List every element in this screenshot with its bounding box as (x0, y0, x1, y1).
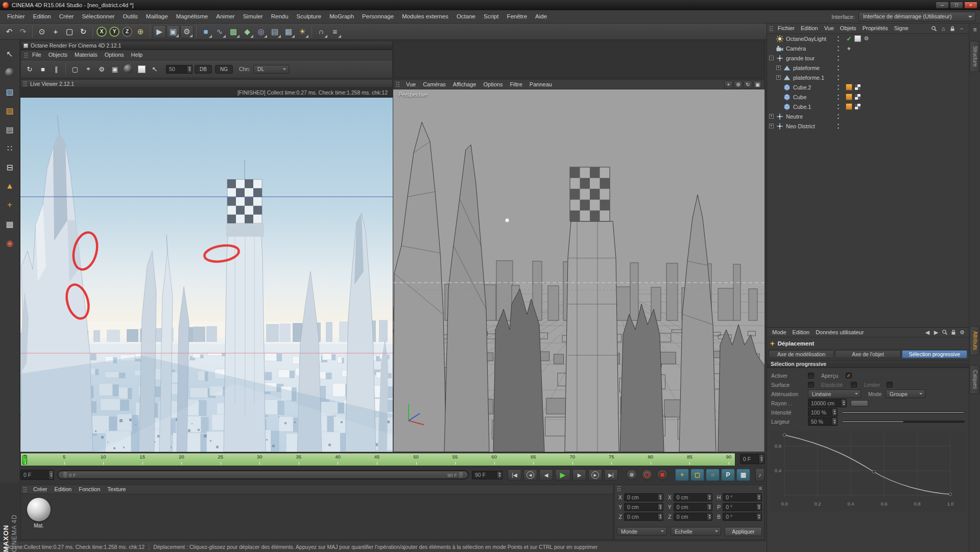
tree-expander-icon[interactable]: + (776, 75, 781, 80)
move-icon[interactable]: + (49, 25, 62, 38)
stepper-icon[interactable] (832, 418, 836, 425)
surface-checkbox[interactable] (808, 382, 814, 388)
texture-axis-mode-icon[interactable]: ▩ (3, 217, 16, 231)
pick-focus-icon[interactable]: ⌖ (82, 63, 94, 75)
clay-mode-icon[interactable] (135, 63, 148, 75)
range-start-handle[interactable] (63, 472, 67, 478)
stepper-icon[interactable] (707, 504, 711, 510)
limiter-checkbox[interactable] (887, 382, 893, 388)
db-button[interactable]: DB (195, 65, 212, 74)
object-row[interactable]: +Neo District (767, 121, 969, 131)
object-row[interactable]: OctaneDayLight✓⚙ (767, 34, 969, 43)
search-icon[interactable] (930, 25, 938, 32)
scale-icon[interactable]: ▢ (63, 25, 76, 38)
coordinate-field[interactable]: 0 ° (723, 493, 762, 501)
timeline-end-field[interactable]: 0 F (740, 454, 764, 464)
material-tag-icon[interactable] (846, 84, 852, 90)
om-menu-edition[interactable]: Edition (798, 22, 821, 35)
panel-grip[interactable] (396, 81, 400, 87)
target-tag-icon[interactable]: ⌖ (846, 45, 852, 52)
tree-expander-icon[interactable]: + (776, 65, 781, 70)
subtab-axe-de-mod-lisation[interactable]: Axe de modélisation (769, 350, 834, 358)
rotate-icon[interactable]: ↻ (77, 25, 90, 38)
add-deformer-icon[interactable]: ◎ (254, 25, 268, 38)
maximize-button[interactable]: □ (950, 2, 963, 9)
history-back-icon[interactable]: ◀ (924, 329, 931, 336)
activer-checkbox[interactable] (808, 373, 814, 379)
material-menu-texture[interactable]: Texture (104, 485, 129, 494)
menu-animer[interactable]: Animer (212, 10, 238, 23)
render-view-icon[interactable]: ▶ (153, 25, 166, 38)
region-render-icon[interactable]: ▢ (69, 63, 81, 75)
viewport-view-label[interactable]: Perspective (398, 91, 427, 98)
viewport-menu-affichage[interactable]: Affichage (449, 78, 480, 91)
attr-tab-donn-es-utilisateur[interactable]: Données utilisateur (812, 326, 867, 339)
edges-mode-icon[interactable]: ⊟ (3, 160, 16, 174)
timeline-ruler[interactable]: 051015202530354045505560657075808590 (20, 453, 735, 466)
menu-magn-tisme[interactable]: Magnétisme (172, 10, 212, 23)
object-row[interactable]: Caméra⌖ (767, 43, 969, 53)
add-generator-icon[interactable]: ▩ (227, 25, 240, 38)
record-keyframe-button[interactable] (626, 469, 637, 480)
texture-tag-icon[interactable] (854, 103, 861, 110)
octane-menu-file[interactable]: File (29, 49, 45, 61)
lock-icon[interactable] (949, 25, 956, 32)
object-row[interactable]: −grande tour (767, 53, 969, 63)
stepper-icon[interactable] (187, 66, 192, 73)
object-row[interactable]: Cube (767, 92, 969, 102)
visibility-dots[interactable] (837, 45, 840, 52)
undo-icon[interactable]: ↶ (3, 25, 16, 38)
stepper-icon[interactable] (756, 504, 761, 510)
stepper-icon[interactable] (756, 494, 761, 500)
record-position-toggle[interactable]: + (675, 469, 689, 481)
menu-script[interactable]: Script (480, 10, 503, 23)
intensite-slider[interactable] (842, 411, 965, 413)
workplane-icon[interactable]: ≡ (328, 25, 342, 38)
z-axis-lock-icon[interactable]: Z (122, 27, 132, 37)
expression-tag-icon[interactable]: ⚙ (863, 35, 870, 42)
live-viewer-titlebar[interactable]: Live Viewer 2.12.1 (20, 79, 393, 88)
largeur-field[interactable]: 50 % (808, 417, 838, 426)
lock-resolution-icon[interactable]: ▣ (109, 63, 121, 75)
visibility-dots[interactable] (837, 94, 840, 100)
menu-mograph[interactable]: MoGraph (325, 10, 358, 23)
octane-render-view[interactable] (20, 98, 393, 452)
visibility-dots[interactable] (837, 113, 840, 120)
add-cube-icon[interactable]: ■ (199, 25, 212, 38)
visibility-dots[interactable] (837, 65, 840, 71)
intensite-field[interactable]: 100 % (808, 408, 838, 417)
stepper-icon[interactable] (658, 504, 662, 510)
coordinate-system-icon[interactable]: ⊕ (134, 25, 147, 38)
object-row[interactable]: +plateforme (767, 63, 969, 73)
redo-icon[interactable]: ↷ (16, 25, 30, 38)
interface-dropdown[interactable]: Interface de démarrage (Utilisateur) (858, 12, 976, 21)
visibility-dots[interactable] (837, 104, 840, 110)
falloff-curve[interactable]: 0.8 0.4 0.0 0.2 0.4 0.6 0.8 1.0 (769, 431, 966, 512)
texture-mode-icon[interactable]: ▨ (3, 104, 16, 117)
range-end-field[interactable]: 90 F (472, 471, 503, 479)
material-tag-icon[interactable] (846, 103, 852, 110)
panel-grip[interactable] (24, 52, 29, 58)
material-list[interactable]: Mat. (21, 494, 613, 539)
coordinate-field[interactable]: 0 cm (674, 503, 713, 511)
menu-maillage[interactable]: Maillage (142, 10, 172, 23)
toggle-view-icon[interactable]: ▣ (753, 81, 762, 88)
menu-s-lectionner[interactable]: Sélectionner (78, 10, 118, 23)
axis-mode-icon[interactable]: + (3, 198, 16, 212)
add-environment-icon[interactable]: ▤ (268, 25, 281, 38)
record-parameter-toggle[interactable]: P (721, 469, 735, 481)
octane-menu-help[interactable]: Help (128, 49, 147, 61)
menu-edition[interactable]: Edition (29, 10, 55, 23)
coordinate-field[interactable]: 0 cm (624, 493, 663, 501)
lock-icon[interactable] (950, 329, 957, 336)
mode-dropdown[interactable]: Groupe (886, 389, 925, 398)
visibility-dots[interactable] (837, 123, 840, 129)
menu-simuler[interactable]: Simuler (239, 10, 267, 23)
viewport-solo-icon[interactable]: ◉ (3, 236, 16, 249)
menu-outils[interactable]: Outils (118, 10, 141, 23)
om-menu-fichier[interactable]: Fichier (775, 22, 798, 35)
close-button[interactable]: × (964, 2, 977, 9)
points-mode-icon[interactable]: ∷ (3, 142, 16, 155)
samples-spinner[interactable]: 50 (166, 65, 193, 74)
dock-menu-icon[interactable]: ≡ (971, 26, 979, 34)
